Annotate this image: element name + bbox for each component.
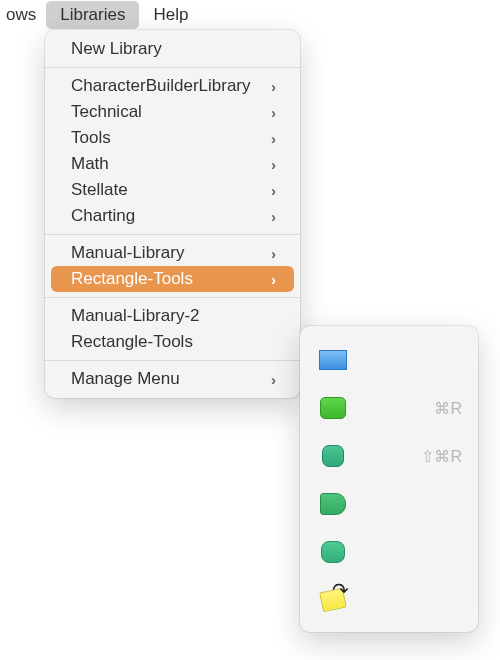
chevron-right-icon: ›: [271, 271, 276, 288]
menu-label: Technical: [71, 102, 142, 122]
menu-label: Manage Menu: [71, 369, 180, 389]
menubar: ows Libraries Help: [0, 0, 500, 30]
menu-label: Manual-Library-2: [71, 306, 200, 326]
menu-item-math[interactable]: Math ›: [51, 151, 294, 177]
submenu-item-yellow-rotate[interactable]: ↷: [300, 576, 478, 624]
menu-item-manual-library-2[interactable]: Manual-Library-2: [51, 303, 294, 329]
menu-label: Manual-Library: [71, 243, 184, 263]
menu-item-technical[interactable]: Technical ›: [51, 99, 294, 125]
menu-separator: [45, 67, 300, 68]
chevron-right-icon: ›: [271, 371, 276, 388]
submenu-item-blue-rectangle[interactable]: [300, 336, 478, 384]
menu-label: Math: [71, 154, 109, 174]
menu-label: Rectangle-Tools: [71, 332, 193, 352]
rectangle-tools-submenu: ⌘R ⇧⌘R ↷: [300, 326, 478, 632]
shortcut-label: ⌘R: [434, 399, 462, 418]
menu-item-manual-library[interactable]: Manual-Library ›: [51, 240, 294, 266]
green-tab-icon: [318, 490, 348, 518]
submenu-item-green-rounded[interactable]: ⌘R: [300, 384, 478, 432]
chevron-right-icon: ›: [271, 245, 276, 262]
yellow-rotate-icon: ↷: [318, 586, 348, 614]
menubar-item-libraries[interactable]: Libraries: [46, 1, 139, 29]
teal-rounded-square-icon: [318, 538, 348, 566]
menu-label: New Library: [71, 39, 162, 59]
chevron-right-icon: ›: [271, 182, 276, 199]
submenu-item-green-tab[interactable]: [300, 480, 478, 528]
menu-item-rectangle-tools[interactable]: Rectangle-Tools ›: [51, 266, 294, 292]
menu-label: Rectangle-Tools: [71, 269, 193, 289]
shortcut-label: ⇧⌘R: [421, 447, 462, 466]
menu-separator: [45, 234, 300, 235]
submenu-item-teal-octagon[interactable]: ⇧⌘R: [300, 432, 478, 480]
menu-item-stellate[interactable]: Stellate ›: [51, 177, 294, 203]
menu-item-charting[interactable]: Charting ›: [51, 203, 294, 229]
menu-label: CharacterBuilderLibrary: [71, 76, 251, 96]
submenu-item-teal-rounded[interactable]: [300, 528, 478, 576]
menu-label: Tools: [71, 128, 111, 148]
chevron-right-icon: ›: [271, 208, 276, 225]
chevron-right-icon: ›: [271, 130, 276, 147]
chevron-right-icon: ›: [271, 156, 276, 173]
menu-item-characterbuilder[interactable]: CharacterBuilderLibrary ›: [51, 73, 294, 99]
menu-item-new-library[interactable]: New Library: [51, 36, 294, 62]
menubar-item-help[interactable]: Help: [139, 1, 202, 29]
blue-rectangle-icon: [318, 346, 348, 374]
chevron-right-icon: ›: [271, 78, 276, 95]
libraries-dropdown: New Library CharacterBuilderLibrary › Te…: [45, 30, 300, 398]
teal-octagon-icon: [318, 442, 348, 470]
menu-item-rectangle-tools-2[interactable]: Rectangle-Tools: [51, 329, 294, 355]
rotate-arrow-icon: ↷: [332, 580, 349, 600]
green-rounded-rectangle-icon: [318, 394, 348, 422]
menubar-item-windows-cut[interactable]: ows: [0, 1, 46, 29]
chevron-right-icon: ›: [271, 104, 276, 121]
menu-label: Stellate: [71, 180, 128, 200]
menu-item-manage-menu[interactable]: Manage Menu ›: [51, 366, 294, 392]
menu-item-tools[interactable]: Tools ›: [51, 125, 294, 151]
menu-label: Charting: [71, 206, 135, 226]
menu-separator: [45, 297, 300, 298]
menu-separator: [45, 360, 300, 361]
